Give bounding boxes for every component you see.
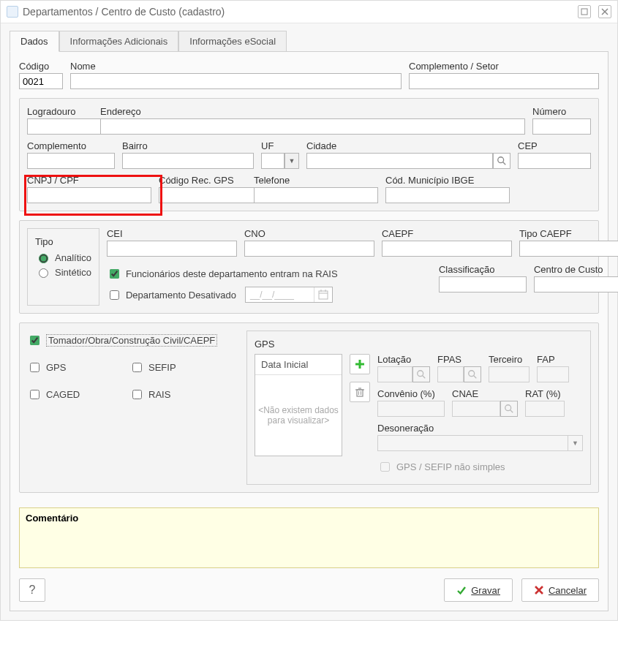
input-numero[interactable]: [532, 118, 591, 135]
dropdown-uf-button[interactable]: ▼: [284, 153, 299, 169]
svg-line-25: [510, 410, 513, 413]
input-lotacao: [377, 366, 412, 382]
label-nome: Nome: [70, 61, 402, 72]
checkbox-sefip[interactable]: [132, 363, 142, 372]
delete-gps-button[interactable]: [350, 382, 370, 402]
input-fpas: [437, 366, 464, 382]
close-window-button[interactable]: [598, 5, 611, 18]
tab-info-esocial[interactable]: Informações eSocial: [178, 31, 287, 52]
label-cnae: CNAE: [452, 388, 518, 399]
tab-bar: Dados Informações Adicionais Informações…: [10, 31, 608, 52]
input-codigo[interactable]: [19, 73, 63, 89]
checkbox-rais[interactable]: [132, 390, 142, 399]
radio-analitico[interactable]: [39, 254, 48, 263]
tab-dados[interactable]: Dados: [10, 31, 59, 52]
label-sefip: SEFIP: [148, 362, 176, 373]
input-caepf[interactable]: [382, 241, 512, 257]
x-icon: [534, 585, 544, 595]
label-numero: Número: [532, 106, 591, 117]
label-endereco: Endereço: [100, 106, 525, 117]
input-centro-custo[interactable]: [534, 276, 618, 292]
radio-sintetico[interactable]: [39, 268, 48, 278]
date-depto-desativado[interactable]: __/__/____: [245, 287, 333, 303]
label-bairro: Bairro: [122, 140, 254, 151]
input-endereco[interactable]: [100, 118, 525, 135]
search-icon: [467, 369, 478, 380]
label-lotacao: Lotação: [377, 354, 430, 365]
window-title: Departamentos / Centro de Custo (cadastr…: [23, 6, 225, 18]
input-cno[interactable]: [244, 241, 374, 257]
gps-list-pane: Data Inicial <Não existem dados para vis…: [255, 354, 342, 456]
tipo-group: Tipo Analítico Sintético: [19, 220, 599, 314]
gps-list-header: Data Inicial: [255, 355, 342, 375]
search-cnae-button: [500, 401, 518, 417]
svg-rect-0: [581, 9, 587, 15]
label-fap: FAP: [537, 354, 569, 365]
input-cidade[interactable]: [306, 153, 493, 169]
input-uf[interactable]: [261, 153, 284, 169]
checkbox-caged[interactable]: [30, 390, 39, 399]
svg-point-20: [418, 371, 423, 377]
app-icon: [7, 6, 18, 18]
svg-line-23: [474, 376, 477, 379]
comment-box[interactable]: Comentário: [19, 507, 599, 568]
label-cei: CEI: [107, 228, 237, 239]
search-fpas-button: [464, 366, 481, 382]
input-nome[interactable]: [70, 73, 402, 89]
input-terceiro: [489, 366, 530, 382]
input-cei[interactable]: [107, 241, 237, 257]
svg-rect-9: [319, 291, 328, 299]
cancelar-button[interactable]: Cancelar: [521, 578, 599, 602]
gravar-label: Gravar: [471, 585, 500, 596]
restore-button[interactable]: [578, 5, 591, 18]
input-complemento-setor[interactable]: [409, 73, 599, 89]
input-telefone[interactable]: [254, 187, 378, 203]
check-icon: [456, 585, 467, 595]
gps-list-empty: <Não existem dados para visualizar>: [255, 375, 342, 456]
checkbox-tomador[interactable]: [30, 336, 39, 345]
label-logradouro: Logradouro: [27, 106, 93, 117]
label-classificacao: Classificação: [439, 264, 527, 275]
label-caged: CAGED: [46, 389, 80, 400]
label-rat: RAT (%): [525, 388, 565, 399]
label-complemento: Complemento: [27, 140, 115, 151]
checkbox-func-rais[interactable]: [110, 269, 119, 279]
calendar-button[interactable]: [314, 287, 332, 302]
label-gps: GPS: [46, 362, 66, 373]
label-convenio: Convênio (%): [377, 388, 445, 399]
checkbox-gps[interactable]: [30, 363, 39, 372]
label-codigo: Código: [19, 61, 63, 72]
options-gps-group: Tomador/Obra/Construção Civil/CAEPF GPS …: [19, 322, 599, 493]
search-icon: [416, 369, 426, 380]
input-fap: [537, 366, 569, 382]
input-complemento[interactable]: [27, 153, 115, 169]
label-cep: CEP: [518, 140, 591, 151]
address-group: Logradouro Endereço Número: [19, 98, 599, 211]
input-tipo-caepf[interactable]: [519, 241, 618, 257]
gravar-button[interactable]: Gravar: [444, 578, 513, 602]
label-cod-municipio-ibge: Cód. Município IBGE: [385, 175, 510, 186]
tab-info-adicionais[interactable]: Informações Adicionais: [59, 31, 179, 52]
gps-subgroup: GPS Data Inicial <Não existem dados para…: [246, 331, 591, 485]
add-gps-button[interactable]: [350, 354, 370, 374]
dropdown-desoneracao-button: ▼: [568, 435, 583, 451]
checkbox-depto-desativado[interactable]: [110, 290, 119, 300]
input-bairro[interactable]: [122, 153, 254, 169]
input-classificacao[interactable]: [439, 276, 527, 292]
input-cnpj-cpf[interactable]: [27, 187, 151, 203]
svg-point-24: [505, 405, 511, 411]
search-cidade-button[interactable]: [493, 153, 510, 169]
input-cod-municipio-ibge[interactable]: [385, 187, 510, 203]
svg-point-5: [498, 157, 504, 163]
help-button[interactable]: ?: [19, 578, 45, 602]
label-analitico: Analítico: [55, 252, 91, 263]
input-cep[interactable]: [518, 153, 591, 169]
search-icon: [497, 156, 507, 166]
input-cnae: [452, 401, 500, 417]
label-tipo-caepf: Tipo CAEPF: [519, 228, 618, 239]
label-gps-sefip-nao-simples: GPS / SEFIP não simples: [396, 461, 505, 472]
input-rat: [525, 401, 565, 417]
tipo-radio-group: Tipo Analítico Sintético: [27, 228, 99, 306]
tab-panel-dados: Código Nome Complemento / Setor Logradou…: [10, 51, 608, 611]
trash-icon: [355, 387, 365, 397]
